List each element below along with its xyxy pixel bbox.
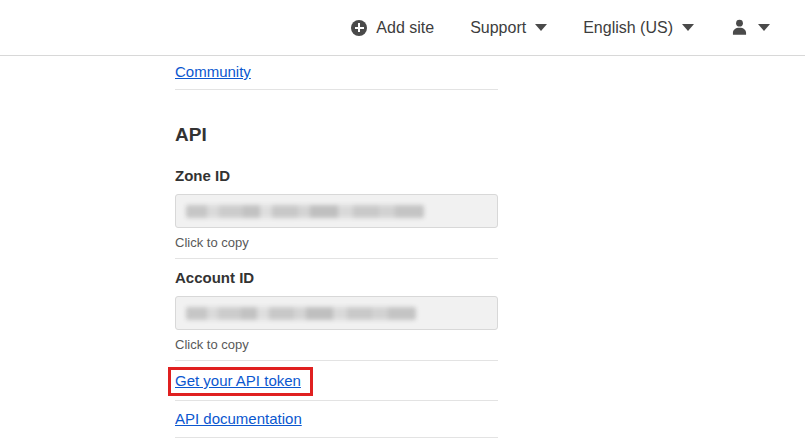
language-label: English (US) xyxy=(583,19,673,37)
community-link[interactable]: Community xyxy=(175,63,251,80)
account-id-field[interactable] xyxy=(175,296,498,330)
red-highlight-annotation: Get your API token xyxy=(168,367,313,396)
api-section: API Zone ID Click to copy xyxy=(175,123,498,259)
api-docs-row: API documentation xyxy=(175,401,498,438)
account-id-redacted-value xyxy=(186,307,416,320)
chevron-down-icon xyxy=(758,24,770,31)
chevron-down-icon xyxy=(535,24,547,31)
support-menu[interactable]: Support xyxy=(470,19,547,37)
add-site-label: Add site xyxy=(376,19,434,37)
user-icon xyxy=(730,18,749,37)
zone-id-field[interactable] xyxy=(175,194,498,228)
plus-circle-icon xyxy=(351,20,367,36)
account-id-label: Account ID xyxy=(175,269,498,287)
account-id-copy-hint: Click to copy xyxy=(175,337,498,353)
add-site-button[interactable]: Add site xyxy=(351,19,434,37)
chevron-down-icon xyxy=(682,24,694,31)
sidebar-api-panel: Community API Zone ID Click to copy Acco… xyxy=(175,56,498,438)
community-row: Community xyxy=(175,56,498,90)
zone-id-copy-hint: Click to copy xyxy=(175,235,498,251)
top-navbar: Add site Support English (US) xyxy=(0,0,805,56)
support-label: Support xyxy=(470,19,526,37)
api-token-row: Get your API token xyxy=(175,361,498,401)
language-menu[interactable]: English (US) xyxy=(583,19,694,37)
api-documentation-link[interactable]: API documentation xyxy=(175,410,302,427)
zone-id-redacted-value xyxy=(186,205,424,218)
user-menu[interactable] xyxy=(730,18,770,37)
get-api-token-link[interactable]: Get your API token xyxy=(175,372,301,389)
zone-id-label: Zone ID xyxy=(175,167,498,185)
api-section-heading: API xyxy=(175,123,498,147)
account-section: Account ID Click to copy xyxy=(175,269,498,361)
